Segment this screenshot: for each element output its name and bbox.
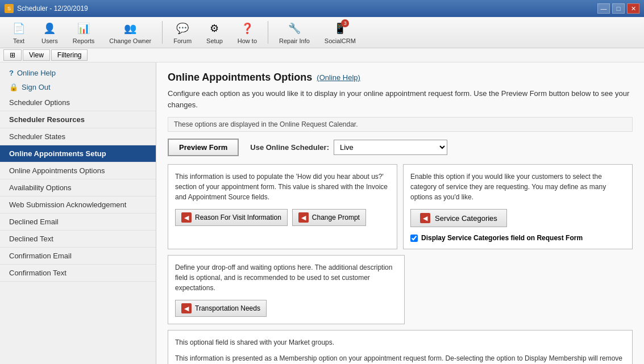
transport-card-text: Define your drop-off and waiting options…: [175, 262, 397, 293]
toolbar-socialcrm[interactable]: 📱 3 SocialCRM: [318, 18, 362, 47]
users-icon: 👤: [41, 20, 57, 36]
socialcrm-label: SocialCRM: [325, 37, 356, 44]
sub-toolbar: ⊞ View Filtering: [0, 48, 644, 62]
content-area: Online Appointments Options (Online Help…: [156, 62, 644, 364]
bottom-card: This optional field is shared with your …: [168, 330, 633, 364]
web-submission-label: Web Submission Acknowledgement: [9, 200, 126, 209]
confirmation-email-label: Confirmation Email: [9, 252, 72, 260]
scheduler-states-label: Scheduler States: [9, 132, 65, 141]
close-button[interactable]: ✕: [627, 3, 639, 14]
toolbar-howto[interactable]: ❓ How to: [231, 18, 263, 47]
grid-view-button[interactable]: ⊞: [3, 49, 22, 61]
toolbar-forum[interactable]: 💬 Forum: [167, 18, 198, 47]
sidebar-item-confirmation-email[interactable]: Confirmation Email: [0, 248, 156, 265]
scheduler-options-label: Scheduler Options: [9, 98, 70, 107]
sidebar-item-online-appointments-setup[interactable]: Online Appointments Setup: [0, 145, 156, 162]
service-categories-icon: ◀: [420, 213, 430, 223]
use-online-scheduler-label: Use Online Scheduler:: [250, 143, 329, 152]
minimize-button[interactable]: —: [597, 3, 610, 14]
maximize-button[interactable]: □: [612, 3, 625, 14]
sidebar-item-declined-text[interactable]: Declined Text: [0, 231, 156, 248]
sidebar-item-scheduler-states[interactable]: Scheduler States: [0, 128, 156, 145]
sidebar-item-scheduler-options[interactable]: Scheduler Options: [0, 94, 156, 111]
main-toolbar: 📄 Text 👤 Users 📊 Reports 👥 Change Owner …: [0, 17, 644, 48]
reports-label: Reports: [73, 37, 95, 44]
preview-form-button[interactable]: Preview Form: [168, 139, 239, 156]
socialcrm-icon-wrap: 📱 3: [332, 20, 348, 36]
forum-icon: 💬: [174, 20, 190, 36]
transportation-needs-icon: ◀: [181, 303, 192, 313]
sidebar-item-web-submission[interactable]: Web Submission Acknowledgement: [0, 196, 156, 214]
display-service-categories-label: Display Service Categories field on Requ…: [421, 234, 583, 242]
page-title: Online Appointments Options: [168, 72, 312, 83]
title-bar-left: S Scheduler - 12/20/2019: [5, 4, 88, 13]
online-appointments-setup-label: Online Appointments Setup: [9, 149, 106, 158]
sidebar-item-declined-email[interactable]: Declined Email: [0, 214, 156, 231]
preview-row: Preview Form Use Online Scheduler: Live …: [168, 139, 633, 156]
page-title-wrap: Online Appointments Options (Online Help…: [168, 72, 633, 83]
users-label: Users: [41, 37, 58, 44]
sidebar-item-scheduler-resources[interactable]: Scheduler Resources: [0, 111, 156, 128]
service-categories-button[interactable]: ◀ Service Categories: [410, 209, 507, 227]
sidebar-item-availability-options[interactable]: Availability Options: [0, 179, 156, 196]
reports-icon: 📊: [76, 20, 92, 36]
toolbar-users[interactable]: 👤 Users: [35, 18, 64, 47]
bottom-card-text1: This optional field is shared with your …: [175, 337, 625, 348]
online-help-icon: ?: [9, 69, 14, 77]
howto-label: How to: [238, 37, 257, 44]
use-online-scheduler-select[interactable]: Live Test Off: [334, 140, 447, 155]
sidebar-item-confirmation-text[interactable]: Confirmation Text: [0, 265, 156, 282]
toolbar-change-owner[interactable]: 👥 Change Owner: [103, 18, 157, 47]
title-bar: S Scheduler - 12/20/2019 — □ ✕: [0, 0, 644, 17]
view-button[interactable]: View: [23, 49, 50, 61]
reason-for-visit-button[interactable]: ◀ Reason For Visit Information: [175, 209, 288, 226]
main-layout: ? Online Help 🔒 Sign Out Scheduler Optio…: [0, 62, 644, 364]
reason-for-visit-label: Reason For Visit Information: [195, 214, 281, 221]
sign-out-label: Sign Out: [22, 83, 51, 91]
toolbar-separator-2: [268, 21, 268, 44]
transportation-needs-label: Transportation Needs: [195, 304, 260, 312]
sidebar-item-sign-out[interactable]: 🔒 Sign Out: [0, 80, 156, 94]
left-card-buttons: ◀ Reason For Visit Information ◀ Change …: [175, 209, 390, 226]
toolbar-reports[interactable]: 📊 Reports: [67, 18, 101, 47]
declined-email-label: Declined Email: [9, 217, 59, 226]
lock-icon: 🔒: [9, 83, 18, 91]
repair-info-icon: 🔧: [286, 20, 302, 36]
bottom-card-text2: This information is presented as a Membe…: [175, 353, 625, 364]
display-service-categories-row: Display Service Categories field on Requ…: [410, 234, 625, 242]
info-bar: These options are displayed in the Onlin…: [168, 117, 633, 132]
toolbar-setup[interactable]: ⚙ Setup: [200, 18, 229, 47]
transport-card: Define your drop-off and waiting options…: [168, 255, 405, 324]
sidebar-item-online-appointments-options[interactable]: Online Appointments Options: [0, 162, 156, 179]
window-controls[interactable]: — □ ✕: [597, 3, 639, 14]
change-prompt-button[interactable]: ◀ Change Prompt: [292, 209, 366, 226]
online-help-label: Online Help: [17, 69, 56, 77]
left-card: This information is used to populate the…: [168, 164, 397, 249]
service-categories-label: Service Categories: [435, 214, 497, 223]
transportation-needs-button[interactable]: ◀ Transportation Needs: [175, 300, 267, 317]
repair-info-label: Repair Info: [279, 37, 310, 44]
text-label: Text: [13, 37, 24, 44]
online-help-link[interactable]: (Online Help): [317, 73, 360, 82]
change-prompt-label: Change Prompt: [312, 214, 360, 221]
cards-row: This information is used to populate the…: [168, 164, 633, 249]
reason-for-visit-icon: ◀: [181, 212, 192, 223]
change-owner-icon: 👥: [122, 20, 138, 36]
toolbar-repair-info[interactable]: 🔧 Repair Info: [273, 18, 316, 47]
toolbar-text[interactable]: 📄 Text: [5, 18, 33, 47]
transport-row: Define your drop-off and waiting options…: [168, 255, 633, 324]
declined-text-label: Declined Text: [9, 235, 53, 243]
filtering-button[interactable]: Filtering: [51, 49, 88, 61]
setup-label: Setup: [206, 37, 223, 44]
text-icon: 📄: [11, 20, 27, 36]
app-icon: S: [5, 4, 14, 13]
left-card-text: This information is used to populate the…: [175, 171, 390, 202]
window-title: Scheduler - 12/20/2019: [17, 5, 88, 12]
sidebar-item-online-help[interactable]: ? Online Help: [0, 66, 156, 80]
display-service-categories-checkbox[interactable]: [410, 235, 418, 242]
confirmation-text-label: Confirmation Text: [9, 269, 67, 277]
scheduler-resources-label: Scheduler Resources: [9, 115, 85, 124]
availability-options-label: Availability Options: [9, 183, 72, 192]
setup-icon: ⚙: [206, 20, 222, 36]
howto-icon: ❓: [239, 20, 255, 36]
